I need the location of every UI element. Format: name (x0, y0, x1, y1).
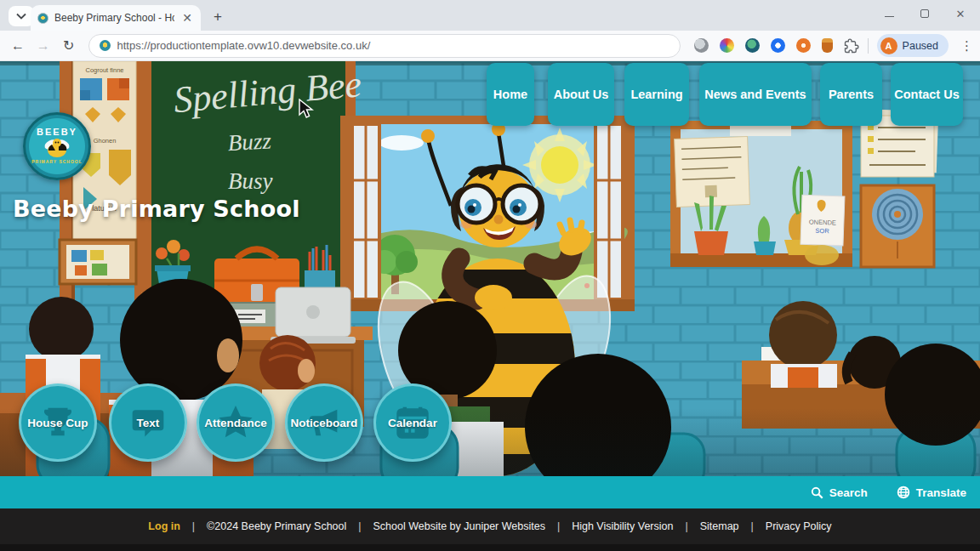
minimize-button[interactable] (881, 6, 897, 21)
svg-text:ONENDE: ONENDE (809, 218, 836, 226)
quicklink-text[interactable]: Text (109, 383, 187, 462)
site-info-icon[interactable] (100, 40, 111, 51)
footer-separator: | (751, 520, 754, 532)
toolbar-divider (868, 38, 869, 54)
sitemap-link[interactable]: Sitemap (700, 520, 739, 532)
browser-toolbar: ← → ↻ https://productiontemplate.ovw10.d… (0, 31, 980, 61)
bee-logo-icon (42, 137, 72, 159)
forward-button[interactable]: → (32, 35, 54, 57)
svg-text:SOR: SOR (815, 227, 829, 236)
website-credit-link[interactable]: School Website by Juniper Websites (373, 520, 545, 532)
site-title: Beeby Primary School (13, 196, 300, 222)
quicklink-label: House Cup (27, 417, 88, 429)
nav-learning[interactable]: Learning (624, 63, 689, 126)
extension-icon[interactable] (822, 38, 833, 53)
translate-label: Translate (916, 486, 966, 499)
quicklink-label: Calendar (388, 417, 437, 429)
chevron-down-icon (16, 13, 26, 20)
extension-icon[interactable] (694, 38, 709, 53)
address-bar[interactable]: https://productiontemplate.ovw10.devwebs… (88, 34, 681, 58)
quicklink-attendance[interactable]: Attendance (197, 383, 275, 462)
avatar: A (880, 37, 897, 54)
nav-parents[interactable]: Parents (820, 63, 882, 126)
quicklink-label: Text (137, 417, 160, 429)
utility-bar: Search Translate (0, 476, 980, 508)
tab-close-icon[interactable]: ✕ (180, 11, 194, 25)
search-label: Search (829, 486, 868, 499)
svg-text:Ghonen: Ghonen (94, 137, 117, 145)
browser-tab-strip: Beeby Primary School - Home ✕ + ✕ (0, 0, 980, 31)
site-favicon-icon (37, 13, 48, 24)
extensions-puzzle-icon[interactable] (844, 38, 859, 54)
translate-button[interactable]: Translate (897, 486, 966, 499)
hero-banner: Cogrout finne Ghonen latulher Spelling B… (0, 61, 980, 476)
globe-icon (897, 486, 910, 499)
extension-icons (694, 38, 859, 54)
nav-about-us[interactable]: About Us (548, 63, 614, 126)
dartboard (861, 185, 934, 267)
url-text: https://productiontemplate.ovw10.devwebs… (117, 39, 371, 52)
browser-menu-icon[interactable]: ⋮ (960, 38, 973, 54)
main-navigation: Home About Us Learning News and Events P… (0, 63, 980, 131)
extension-icon[interactable] (745, 38, 760, 53)
nav-news-and-events[interactable]: News and Events (699, 63, 812, 126)
logo-bottom-text: PRIMARY SCHOOL (31, 159, 83, 164)
profile-status: Paused (903, 40, 938, 52)
footer-separator: | (358, 520, 361, 532)
extension-icon[interactable] (720, 38, 734, 53)
footer-separator: | (192, 520, 195, 532)
logo-top-text: BEEBY (37, 127, 77, 137)
search-button[interactable]: Search (811, 486, 868, 499)
window-controls: ✕ (881, 0, 975, 27)
extension-icon[interactable] (771, 38, 785, 53)
svg-text:Buzz: Buzz (227, 128, 272, 156)
new-tab-button[interactable]: + (208, 7, 228, 27)
back-button[interactable]: ← (7, 35, 29, 57)
quicklink-label: Attendance (204, 417, 267, 429)
reload-button[interactable]: ↻ (58, 35, 80, 57)
quicklink-label: Noticeboard (291, 417, 358, 429)
quicklink-calendar[interactable]: Calendar (373, 383, 452, 462)
plant-shelf: ONENDE SOR (670, 121, 852, 267)
high-visibility-link[interactable]: High Visibility Version (572, 520, 673, 532)
page-footer: Log in | ©2024 Beeby Primary School | Sc… (0, 508, 980, 551)
svg-text:Busy: Busy (228, 168, 273, 194)
quicklink-noticeboard[interactable]: Noticeboard (285, 383, 363, 462)
nav-contact-us[interactable]: Contact Us (891, 63, 963, 126)
close-button[interactable]: ✕ (953, 6, 968, 21)
privacy-policy-link[interactable]: Privacy Policy (766, 520, 832, 532)
login-link[interactable]: Log in (148, 520, 180, 532)
footer-separator: | (557, 520, 560, 532)
school-logo[interactable]: BEEBY PRIMARY SCHOOL (23, 112, 91, 180)
extension-icon[interactable] (796, 38, 811, 53)
maximize-button[interactable] (917, 6, 932, 21)
browser-tab[interactable]: Beeby Primary School - Home ✕ (31, 5, 201, 31)
nav-home[interactable]: Home (487, 63, 534, 126)
footer-separator: | (685, 520, 687, 532)
tab-title: Beeby Primary School - Home (54, 12, 174, 24)
profile-button[interactable]: A Paused (877, 34, 949, 57)
mouse-cursor (298, 99, 316, 119)
quicklink-house-cup[interactable]: House Cup (19, 383, 97, 462)
copyright-text: ©2024 Beeby Primary School (207, 520, 346, 532)
search-icon (811, 486, 823, 499)
